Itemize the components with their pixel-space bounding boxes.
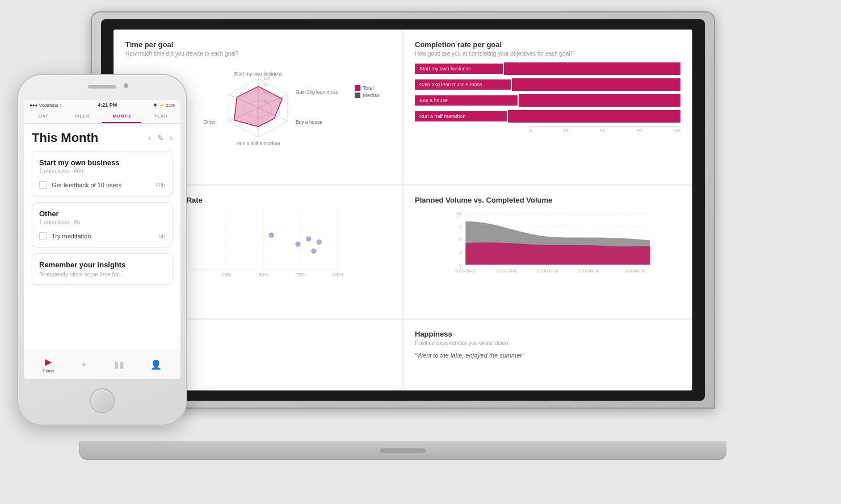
svg-text:2018-09-03: 2018-09-03 (537, 268, 558, 274)
month-nav: ‹ ✎ › (148, 133, 173, 143)
time: 4:21 PM (98, 102, 117, 108)
svg-text:Buy a house: Buy a house (296, 119, 322, 125)
sparkle-icon: ✦ (80, 359, 87, 370)
status-bar: ●●● Vodafone ↑ 4:21 PM ✱ ⚡ 22% (24, 100, 180, 110)
svg-text:9: 9 (459, 224, 461, 229)
chart-icon: ▮▮ (114, 359, 124, 370)
svg-rect-20 (355, 93, 360, 98)
svg-text:Run a half marathon: Run a half marathon (237, 141, 280, 146)
tab-month[interactable]: MONTH (102, 110, 141, 123)
prev-month-button[interactable]: ‹ (148, 133, 151, 143)
objective-checkbox-1[interactable] (39, 181, 47, 189)
median-legend-icon (355, 93, 360, 98)
phone-body: This Month ‹ ✎ › Start my own business 1… (24, 124, 180, 358)
bar-row-2: Gain 2kg lean muscle mass (415, 78, 680, 91)
svg-text:90: 90 (263, 83, 268, 87)
objective-time-1: 40h (155, 182, 165, 188)
tab-year[interactable]: YEAR (141, 110, 180, 123)
phone-outer: ●●● Vodafone ↑ 4:21 PM ✱ ⚡ 22% DAY WEEK … (17, 74, 187, 426)
svg-text:Start my own business: Start my own business (234, 71, 282, 77)
bar-label-1: Start my own business (419, 66, 471, 72)
happiness-panel: Happiness Positive experiences you wrote… (403, 319, 692, 390)
svg-text:6: 6 (459, 237, 461, 242)
area-chart: 12 9 6 3 0 2018-09-01 (415, 206, 680, 285)
happiness-quote: "Went to the lake, enjoyed the summer" (415, 352, 680, 359)
completion-rate-panel: Completion rate per goal How good are yo… (403, 30, 692, 185)
bar-row-1: Start my own business (415, 62, 680, 75)
insights-title: Remember your insights (39, 261, 165, 269)
bluetooth-icon: ✱ (153, 103, 157, 108)
profile-icon: 👤 (150, 359, 162, 370)
time-per-goal-subtitle: How much time did you devote to each goa… (125, 51, 391, 57)
svg-point-30 (311, 248, 316, 253)
svg-point-31 (317, 239, 322, 244)
bar-chart: Start my own business Gain 2kg lean musc… (415, 62, 680, 133)
svg-text:2018-09-01: 2018-09-01 (455, 268, 476, 274)
nav-chart[interactable]: ▮▮ (114, 359, 124, 370)
nav-plans[interactable]: ▶ Plans (43, 356, 54, 373)
insights-text: "Frequently block some time for... (39, 271, 165, 278)
svg-point-27 (269, 232, 274, 237)
nav-sparkle[interactable]: ✦ (80, 359, 87, 370)
objective-label-1: Get feedback of 10 users (52, 182, 151, 188)
area-panel: Planned Volume vs. Completed Volume 12 9 (403, 185, 692, 320)
screen-content: Time per goal How much time did you devo… (113, 30, 692, 390)
svg-text:30: 30 (263, 99, 268, 103)
tab-week[interactable]: WEEK (63, 110, 102, 123)
radar-chart: Start my own business Gain 2kg lean musc… (179, 62, 338, 153)
time-per-goal-title: Time per goal (125, 40, 391, 49)
plans-label: Plans (43, 368, 54, 373)
area-title: Planned Volume vs. Completed Volume (415, 196, 680, 204)
next-month-button[interactable]: › (170, 133, 173, 143)
svg-text:25%: 25% (222, 272, 232, 278)
laptop-base (79, 442, 726, 460)
bottom-nav: ▶ Plans ✦ ▮▮ 👤 (24, 350, 180, 379)
bar-label-3: Buy a house (419, 98, 448, 103)
laptop-screen: Time per goal How much time did you devo… (113, 30, 692, 390)
svg-point-29 (306, 236, 311, 241)
phone-camera (124, 83, 128, 88)
objective-checkbox-2[interactable] (39, 232, 47, 240)
svg-text:0: 0 (459, 262, 461, 267)
phone-tabs: DAY WEEK MONTH YEAR (24, 110, 180, 124)
phone-speaker (88, 85, 116, 89)
month-header: This Month ‹ ✎ › (32, 124, 173, 151)
objective-item-1: Get feedback of 10 users 40h (39, 179, 165, 191)
goal-title-other: Other (39, 209, 165, 218)
svg-rect-19 (355, 85, 360, 91)
completion-rate-subtitle: How good are you at completing your obje… (415, 51, 680, 57)
objective-item-2: Try meditation 5h (39, 230, 165, 242)
battery: ✱ ⚡ 22% (153, 103, 175, 108)
svg-text:12: 12 (457, 211, 461, 216)
goal-card-other: Other 1 objectives · 5h Try meditation 5… (32, 202, 173, 247)
laptop-screen-bezel: Time per goal How much time did you devo… (101, 19, 705, 401)
goal-card-business: Start my own business 1 objectives · 40h… (32, 151, 173, 196)
nav-profile[interactable]: 👤 (150, 359, 162, 370)
tab-day[interactable]: DAY (24, 110, 63, 123)
month-title: This Month (32, 131, 98, 145)
home-button[interactable] (90, 388, 115, 413)
svg-marker-9 (234, 86, 283, 127)
happiness-subtitle: Positive experiences you wrote down (415, 340, 680, 346)
plans-icon: ▶ (45, 356, 52, 367)
completion-rate-title: Completion rate per goal (415, 40, 680, 49)
x-axis: 0 25 50 75 100 (529, 126, 680, 133)
svg-text:100%: 100% (331, 272, 344, 278)
edit-button[interactable]: ✎ (157, 133, 164, 142)
svg-text:2018-09-04: 2018-09-04 (578, 268, 599, 274)
happiness-title: Happiness (415, 330, 680, 338)
svg-text:60: 60 (263, 91, 268, 95)
bar-row-4: Run a half marathon (415, 110, 680, 123)
objective-time-2: 5h (159, 233, 165, 240)
svg-text:3: 3 (459, 250, 461, 255)
svg-text:Other: Other (204, 119, 216, 125)
objective-label-2: Try meditation (52, 233, 154, 240)
scene: Time per goal How much time did you devo… (0, 0, 841, 504)
radar-legend: Total Median (355, 85, 380, 100)
carrier: ●●● Vodafone ↑ (30, 103, 62, 108)
svg-point-28 (295, 241, 300, 246)
bar-label-4: Run a half marathon (419, 114, 466, 119)
insights-card: Remember your insights "Frequently block… (32, 253, 173, 285)
bar-label-2: Gain 2kg lean muscle mass (419, 82, 482, 87)
svg-text:Gain 2kg lean muscle mass: Gain 2kg lean muscle mass (296, 89, 338, 95)
